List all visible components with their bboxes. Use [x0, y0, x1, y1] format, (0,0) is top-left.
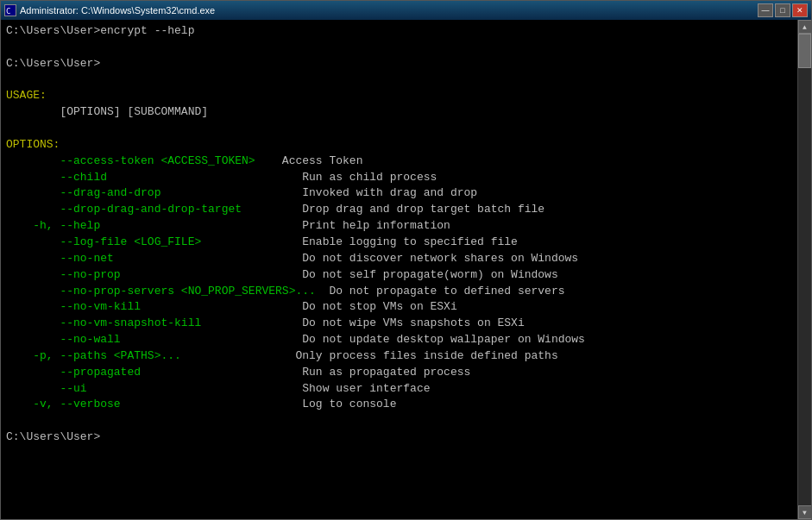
desc-child: Run as child process: [289, 170, 437, 186]
empty-4: [6, 413, 792, 429]
flag-help: -h, --help: [6, 218, 289, 235]
flag-no-vm-snapshot: --no-vm-snapshot-kill: [6, 316, 289, 332]
cmd-text: encrypt --help: [100, 23, 194, 40]
desc-no-vm-kill: Do not stop VMs on ESXi: [289, 299, 457, 316]
option-access-token: --access-token <ACCESS_TOKEN> Access Tok…: [6, 153, 792, 170]
flag-propagated: --propagated: [6, 365, 289, 381]
desc-no-net: Do not discover network shares on Window…: [289, 251, 578, 267]
desc-help: Print help information: [289, 218, 450, 235]
flag-paths: -p, --paths <PATHS>...: [6, 348, 282, 365]
desc-access-token: Access Token: [255, 153, 363, 170]
usage-content-line: [OPTIONS] [SUBCOMMAND]: [6, 104, 792, 121]
option-no-vm-kill: --no-vm-kill Do not stop VMs on ESXi: [6, 299, 792, 316]
desc-log-file: Enable logging to specified file: [289, 235, 518, 251]
flag-access-token: --access-token <ACCESS_TOKEN>: [6, 153, 255, 170]
minimize-button[interactable]: —: [758, 3, 773, 17]
empty-3: [6, 121, 792, 137]
prompt-1: C:\Users\User>: [6, 23, 100, 40]
flag-no-wall: --no-wall: [6, 332, 289, 348]
options-label-line: OPTIONS:: [6, 137, 792, 153]
prompt-2: C:\Users\User>: [6, 56, 100, 72]
desc-ui: Show user interface: [289, 381, 431, 398]
usage-content: [OPTIONS] [SUBCOMMAND]: [6, 104, 208, 121]
empty-2: [6, 72, 792, 89]
flag-drag-drop: --drag-and-drop: [6, 185, 289, 202]
option-verbose: -v, --verbose Log to console: [6, 397, 792, 413]
window-controls: — □ ✕: [758, 3, 808, 17]
option-drag-and-drop: --drag-and-drop Invoked with drag and dr…: [6, 185, 792, 202]
flag-drop-drag: --drop-drag-and-drop-target: [6, 202, 289, 218]
close-button[interactable]: ✕: [792, 3, 808, 17]
flag-verbose: -v, --verbose: [6, 397, 289, 413]
option-no-prop: --no-prop Do not self propagate(worm) on…: [6, 267, 792, 284]
prompt-line-final: C:\Users\User>: [6, 429, 792, 446]
option-ui: --ui Show user interface: [6, 381, 792, 398]
scrollbar-area: C:\Users\User>encrypt --help C:\Users\Us…: [1, 20, 811, 519]
cmd-icon: C: [4, 4, 16, 16]
flag-child: --child: [6, 170, 289, 186]
option-drop-drag: --drop-drag-and-drop-target Drop drag an…: [6, 202, 792, 218]
cmd-window: C Administrator: C:\Windows\System32\cmd…: [0, 0, 812, 520]
flag-no-prop: --no-prop: [6, 267, 289, 284]
desc-paths: Only process files inside defined paths: [282, 348, 558, 365]
flag-ui: --ui: [6, 381, 289, 398]
cmd-input-line: C:\Users\User>encrypt --help: [6, 23, 792, 40]
option-no-net: --no-net Do not discover network shares …: [6, 251, 792, 267]
window-title: Administrator: C:\Windows\System32\cmd.e…: [20, 5, 215, 16]
option-no-wall: --no-wall Do not update desktop wallpape…: [6, 332, 792, 348]
scroll-down-button[interactable]: ▼: [798, 505, 812, 519]
scrollbar-vertical[interactable]: ▲ ▼: [797, 20, 811, 519]
desc-propagated: Run as propagated process: [289, 365, 471, 381]
prompt-line-1: C:\Users\User>: [6, 56, 792, 72]
desc-no-vm-snapshot: Do not wipe VMs snapshots on ESXi: [289, 316, 525, 332]
title-bar: C Administrator: C:\Windows\System32\cmd…: [1, 1, 811, 20]
option-log-file: --log-file <LOG_FILE> Enable logging to …: [6, 235, 792, 251]
desc-verbose: Log to console: [289, 397, 397, 413]
desc-no-prop-servers: Do not propagate to defined servers: [316, 284, 565, 300]
options-label: OPTIONS:: [6, 137, 60, 153]
desc-no-prop: Do not self propagate(worm) on Windows: [289, 267, 558, 284]
flag-log-file: --log-file <LOG_FILE>: [6, 235, 289, 251]
option-child: --child Run as child process: [6, 170, 792, 186]
title-bar-left: C Administrator: C:\Windows\System32\cmd…: [4, 4, 215, 16]
empty-1: [6, 40, 792, 56]
usage-label: USAGE:: [6, 88, 47, 104]
option-paths: -p, --paths <PATHS>... Only process file…: [6, 348, 792, 365]
svg-text:C: C: [6, 7, 10, 16]
scroll-thumb[interactable]: [798, 34, 811, 68]
option-help: -h, --help Print help information: [6, 218, 792, 235]
scroll-up-button[interactable]: ▲: [798, 20, 812, 34]
desc-no-wall: Do not update desktop wallpaper on Windo…: [289, 332, 585, 348]
flag-no-prop-servers: --no-prop-servers <NO_PROP_SERVERS>...: [6, 284, 316, 300]
desc-drag-drop: Invoked with drag and drop: [289, 185, 477, 202]
option-no-prop-servers: --no-prop-servers <NO_PROP_SERVERS>... D…: [6, 284, 792, 300]
terminal-body[interactable]: C:\Users\User>encrypt --help C:\Users\Us…: [1, 20, 797, 519]
prompt-final: C:\Users\User>: [6, 429, 100, 446]
option-propagated: --propagated Run as propagated process: [6, 365, 792, 381]
flag-no-vm-kill: --no-vm-kill: [6, 299, 289, 316]
scroll-track[interactable]: [798, 34, 811, 505]
option-no-vm-snapshot-kill: --no-vm-snapshot-kill Do not wipe VMs sn…: [6, 316, 792, 332]
flag-no-net: --no-net: [6, 251, 289, 267]
desc-drop-drag: Drop drag and drop target batch file: [289, 202, 544, 218]
usage-label-line: USAGE:: [6, 88, 792, 104]
maximize-button[interactable]: □: [775, 3, 790, 17]
